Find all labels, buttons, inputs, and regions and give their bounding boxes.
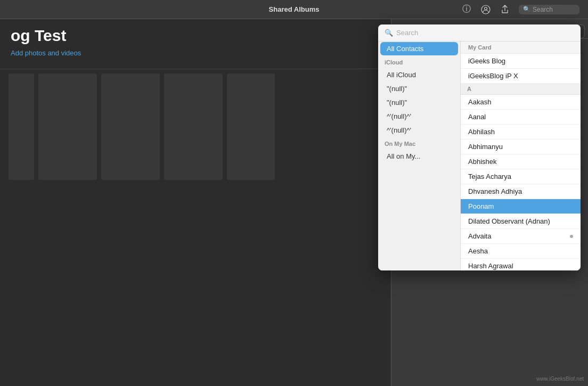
section-a-header: A bbox=[461, 84, 581, 95]
photo-thumb-2[interactable] bbox=[38, 73, 97, 180]
group-item-null-1[interactable]: "(null)" bbox=[380, 82, 458, 95]
contact-name-aakash: Aakash bbox=[468, 98, 573, 106]
groups-list: All Contacts iCloud All iCloud "(null)" … bbox=[378, 42, 461, 270]
contact-name-advaita: Advaita bbox=[468, 232, 568, 240]
group-item-all-icloud[interactable]: All iCloud bbox=[380, 68, 458, 81]
share-icon[interactable] bbox=[500, 4, 510, 15]
info-icon[interactable]: ⓘ bbox=[461, 4, 472, 15]
photo-thumb-4[interactable] bbox=[164, 73, 223, 180]
group-item-all-contacts[interactable]: All Contacts bbox=[380, 42, 458, 55]
contact-harsh-agrawal[interactable]: Harsh Agrawal bbox=[461, 259, 581, 270]
contact-name-aanal: Aanal bbox=[468, 113, 573, 121]
contact-name-tejas-acharya: Tejas Acharya bbox=[468, 173, 573, 180]
top-bar-right: ⓘ 🔍 bbox=[461, 4, 579, 15]
dropdown-search-icon: 🔍 bbox=[385, 29, 393, 37]
group-item-null-2[interactable]: "(null)" bbox=[380, 96, 458, 109]
album-title: og Test bbox=[11, 27, 380, 45]
contact-abhilash[interactable]: Abhilash bbox=[461, 125, 581, 139]
top-bar: Shared Albums ⓘ 🔍 bbox=[0, 0, 588, 19]
photo-thumb-5[interactable] bbox=[227, 73, 275, 180]
contact-poonam[interactable]: Poonam bbox=[461, 199, 581, 214]
contact-advaita[interactable]: Advaita bbox=[461, 229, 581, 244]
contact-aanal[interactable]: Aanal bbox=[461, 110, 581, 125]
dropdown-search-input[interactable] bbox=[396, 29, 574, 37]
contact-name-igeeks-blog: iGeeks Blog bbox=[468, 57, 573, 65]
contact-aesha[interactable]: Aesha bbox=[461, 244, 581, 259]
contact-name-abhishek: Abhishek bbox=[468, 158, 573, 166]
dropdown-body: All Contacts iCloud All iCloud "(null)" … bbox=[378, 42, 581, 270]
on-my-mac-header: On My Mac bbox=[378, 137, 460, 149]
contact-dilated-adnan[interactable]: Dilated Observant (Adnan) bbox=[461, 214, 581, 229]
contact-name-dilated-adnan: Dilated Observant (Adnan) bbox=[468, 217, 573, 225]
contact-name-abhilash: Abhilash bbox=[468, 128, 573, 136]
photo-thumb-3[interactable] bbox=[101, 73, 160, 180]
contact-item-igeeks-blog[interactable]: iGeeks Blog bbox=[461, 54, 581, 69]
contact-tejas-acharya[interactable]: Tejas Acharya bbox=[461, 169, 581, 184]
contact-abhishek[interactable]: Abhishek bbox=[461, 154, 581, 169]
contacts-dropdown: 🔍 All Contacts iCloud All iCloud "(null)… bbox=[378, 24, 581, 270]
album-header: og Test Add photos and videos bbox=[0, 19, 391, 69]
group-item-null-4[interactable]: ^'(null)^' bbox=[380, 124, 458, 137]
top-bar-title: Shared Albums bbox=[269, 5, 320, 13]
svg-point-1 bbox=[485, 7, 487, 10]
contact-name-aesha: Aesha bbox=[468, 247, 573, 255]
icloud-section-header: iCloud bbox=[378, 56, 460, 68]
search-icon-top: 🔍 bbox=[523, 6, 530, 13]
person-circle-icon[interactable] bbox=[480, 4, 491, 15]
search-bar-top[interactable]: 🔍 bbox=[519, 5, 579, 14]
contact-item-igeeksblog-ipx[interactable]: iGeeksBlog iP X bbox=[461, 69, 581, 84]
contact-abhimanyu[interactable]: Abhimanyu bbox=[461, 139, 581, 154]
contact-name-igeeksblog-ipx: iGeeksBlog iP X bbox=[468, 72, 573, 80]
photos-grid bbox=[0, 69, 391, 386]
contact-dhvanesh-adhiya[interactable]: Dhvanesh Adhiya bbox=[461, 184, 581, 199]
group-item-null-3[interactable]: ^'(null)^' bbox=[380, 110, 458, 123]
watermark: www.iGeeksBlof.net bbox=[536, 376, 584, 382]
contacts-list: My Card iGeeks Blog iGeeksBlog iP X A Aa… bbox=[461, 42, 581, 270]
search-input-top[interactable] bbox=[533, 6, 575, 13]
add-photos-link[interactable]: Add photos and videos bbox=[11, 49, 380, 57]
contact-name-poonam: Poonam bbox=[468, 202, 573, 210]
dropdown-search-bar: 🔍 bbox=[378, 24, 581, 42]
contact-dot-advaita bbox=[570, 235, 573, 238]
group-item-all-on-my[interactable]: All on My... bbox=[380, 150, 458, 163]
contact-aakash[interactable]: Aakash bbox=[461, 95, 581, 110]
contact-name-harsh-agrawal: Harsh Agrawal bbox=[468, 262, 573, 270]
photo-thumb-1[interactable] bbox=[9, 73, 34, 180]
my-card-header: My Card bbox=[461, 42, 581, 54]
contact-name-dhvanesh-adhiya: Dhvanesh Adhiya bbox=[468, 187, 573, 195]
contact-name-abhimanyu: Abhimanyu bbox=[468, 143, 573, 151]
